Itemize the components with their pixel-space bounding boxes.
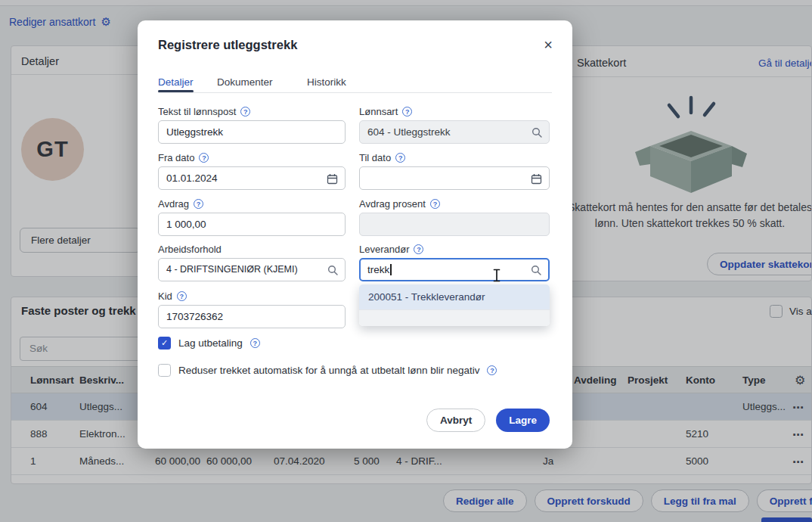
help-icon[interactable]: ?	[395, 153, 405, 163]
help-icon[interactable]: ?	[194, 199, 203, 209]
reduser-trekket-label: Reduser trekket automatisk for å unngå a…	[178, 365, 479, 376]
tab-dokumenter[interactable]: Dokumenter	[217, 76, 273, 88]
avdrag-prosent-label: Avdrag prosent	[359, 198, 426, 210]
tekst-til-lonnspost-value: Utleggstrekk	[166, 126, 223, 138]
help-icon[interactable]: ?	[414, 244, 423, 254]
arbeidsforhold-input[interactable]: 4 - DRIFTSINGENIØR (KJEMI)	[158, 258, 346, 281]
avdrag-prosent-input[interactable]	[359, 213, 550, 236]
kid-input[interactable]: 1703726362	[158, 305, 346, 328]
help-icon[interactable]: ?	[250, 338, 260, 348]
save-button[interactable]: Lagre	[496, 409, 550, 432]
leverandor-input[interactable]: trekk	[359, 258, 550, 281]
search-icon	[532, 127, 542, 138]
leverandor-label: Leverandør	[359, 244, 409, 255]
leverandor-suggestion-empty[interactable]	[359, 309, 550, 326]
fra-dato-value: 01.01.2024	[166, 172, 218, 184]
leverandor-suggestion[interactable]: 200051 - Trekkleverandør	[359, 284, 550, 309]
tabs-divider	[158, 92, 552, 93]
cancel-button[interactable]: Avbryt	[426, 409, 485, 432]
avdrag-value: 1 000,00	[166, 219, 206, 230]
lonnsart-label: Lønnsart	[359, 106, 398, 117]
tab-historikk[interactable]: Historikk	[307, 76, 346, 88]
modal-actions: Avbryt Lagre	[426, 409, 550, 432]
leverandor-dropdown: 200051 - Trekkleverandør	[359, 284, 550, 326]
lag-utbetaling-label: Lag utbetaling	[178, 337, 243, 349]
calendar-icon[interactable]	[531, 173, 542, 185]
kid-label: Kid	[158, 291, 172, 302]
lag-utbetaling-row[interactable]: ✓ Lag utbetaling ?	[158, 337, 260, 350]
reduser-trekket-row[interactable]: Reduser trekket automatisk for å unngå a…	[158, 364, 497, 377]
help-icon[interactable]: ?	[487, 365, 497, 375]
til-dato-input[interactable]	[359, 166, 550, 190]
reduser-trekket-checkbox[interactable]	[158, 364, 171, 377]
calendar-icon[interactable]	[327, 173, 338, 185]
arbeidsforhold-value: 4 - DRIFTSINGENIØR (KJEMI)	[166, 264, 298, 275]
lag-utbetaling-checkbox[interactable]: ✓	[158, 337, 171, 350]
modal-title: Registrere utleggstrekk	[158, 38, 297, 52]
help-icon[interactable]: ?	[199, 153, 209, 163]
avdrag-label: Avdrag	[158, 198, 189, 210]
help-icon[interactable]: ?	[240, 107, 250, 117]
til-dato-label: Til dato	[359, 152, 391, 163]
search-icon	[531, 265, 541, 275]
ibeam-cursor	[492, 269, 501, 282]
help-icon[interactable]: ?	[430, 199, 440, 209]
arbeidsforhold-label: Arbeidsforhold	[158, 244, 222, 255]
kid-value: 1703726362	[166, 311, 223, 322]
avdrag-input[interactable]: 1 000,00	[158, 213, 346, 236]
close-icon[interactable]: ×	[544, 36, 553, 54]
tab-detaljer[interactable]: Detaljer	[158, 76, 194, 88]
fra-dato-input[interactable]: 01.01.2024	[158, 166, 346, 190]
employee-card-page: Rediger ansattkort ⚙ Detaljer GT Flere d…	[0, 0, 812, 522]
tekst-til-lonnspost-input[interactable]: Utleggstrekk	[158, 120, 346, 144]
lonnsart-input[interactable]: 604 - Utleggstrekk	[359, 120, 550, 144]
tekst-til-lonnspost-label: Tekst til lønnspost	[158, 106, 236, 117]
search-icon	[327, 265, 338, 275]
leverandor-value: trekk	[367, 264, 389, 275]
save-label: Lagre	[509, 415, 537, 426]
help-icon[interactable]: ?	[402, 107, 412, 117]
cancel-label: Avbryt	[440, 415, 472, 426]
text-caret	[390, 264, 392, 275]
help-icon[interactable]: ?	[177, 291, 187, 301]
register-deduction-modal: Registrere utleggstrekk × Detaljer Dokum…	[138, 20, 572, 449]
lonnsart-value: 604 - Utleggstrekk	[367, 126, 451, 138]
fra-dato-label: Fra dato	[158, 152, 194, 163]
